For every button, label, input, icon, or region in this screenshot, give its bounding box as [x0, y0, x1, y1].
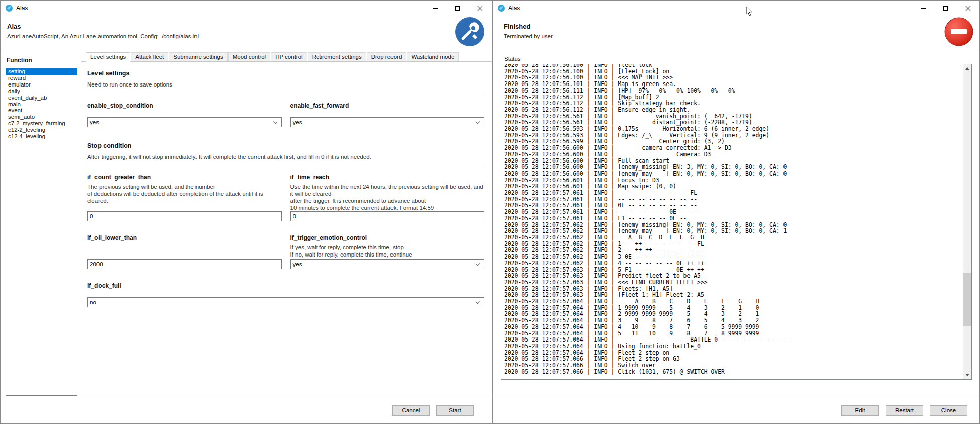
desc-if-trigger-emotion-control: If yes, wait for reply, complete this ti…	[290, 244, 485, 259]
if-oil-lower-than-input[interactable]	[87, 259, 282, 269]
maximize-button[interactable]	[934, 1, 957, 16]
if-count-greater-than-input[interactable]	[87, 211, 282, 221]
tab[interactable]: Mood control	[228, 52, 270, 61]
if-trigger-emotion-control-select[interactable]: yes	[290, 259, 485, 269]
function-list-item[interactable]: event	[6, 107, 77, 114]
log-line: 2020-05-28 12:07:56.112 | INFO | Ensure …	[504, 107, 962, 113]
log-line: 2020-05-28 12:07:57.063 | INFO | Predict…	[504, 273, 962, 279]
close-button[interactable]	[469, 1, 492, 16]
section-note-stop-condition: After triggering, it will not stop immed…	[87, 154, 484, 160]
status-title: Finished	[504, 23, 979, 30]
label-if-oil-lower-than: if_oil_lower_than	[87, 234, 282, 241]
cancel-button[interactable]: Cancel	[392, 405, 430, 416]
desc-if-count-greater-than: The previous setting will be used, and t…	[87, 183, 282, 211]
restart-button[interactable]: Restart	[886, 405, 923, 416]
function-label: Function	[7, 57, 81, 64]
function-list-item[interactable]: semi_auto	[6, 114, 77, 120]
close-action-button[interactable]: Close	[930, 405, 967, 416]
tab[interactable]: Drop record	[367, 52, 407, 61]
log-line: 2020-05-28 12:07:57.066 | INFO | Switch …	[504, 362, 962, 369]
status-group-label: Status	[504, 56, 979, 62]
enable-fast-forward-select[interactable]: yes	[290, 117, 485, 127]
page-title: Alas	[7, 23, 492, 30]
if-dock-full-select[interactable]: no	[87, 297, 484, 307]
function-list-item[interactable]: emulator	[6, 81, 77, 88]
function-list[interactable]: settingrewardemulatordailyevent_daily_ab…	[6, 68, 77, 396]
log-line: 2020-05-28 12:07:57.062 | INFO | A B C D…	[504, 234, 962, 241]
chevron-down-icon	[476, 300, 480, 304]
log-lines: 2020-05-28 12:07:56.100 | INFO | fleet_l…	[504, 64, 962, 375]
enable-stop-condition-select[interactable]: yes	[87, 117, 282, 127]
enable-stop-condition-value: yes	[90, 119, 99, 125]
level-settings-pane: Level settings Need to run once to save …	[81, 62, 492, 307]
window-alas-log: Alas Finished Terminated by user	[492, 0, 980, 424]
titlebar[interactable]: Alas	[1, 1, 492, 16]
function-list-item[interactable]: c12-4_leveling	[6, 133, 77, 140]
edit-button[interactable]: Edit	[841, 405, 879, 416]
tab[interactable]: Attack fleet	[131, 52, 168, 61]
close-icon	[965, 6, 971, 11]
minimize-button[interactable]	[424, 1, 446, 16]
minimize-icon	[433, 8, 438, 9]
tab[interactable]: Level settings	[86, 52, 130, 62]
desc-spacer	[87, 244, 282, 259]
log-line: 2020-05-28 12:07:57.062 | INFO | 3 0E --…	[504, 253, 962, 260]
log-line: 2020-05-28 12:07:57.061 | INFO | -- -- -…	[504, 209, 962, 215]
alas-app-icon	[5, 4, 13, 12]
log-line: 2020-05-28 12:07:57.064 | INFO | 3 9 8 7…	[504, 317, 962, 324]
log-panel[interactable]: 2020-05-28 12:07:56.100 | INFO | fleet_l…	[501, 64, 972, 380]
log-line: 2020-05-28 12:07:57.064 | INFO | A B C D…	[504, 298, 962, 305]
start-button[interactable]: Start	[436, 405, 474, 416]
window-title: Alas	[508, 5, 520, 12]
section-heading-level-settings: Level settings	[87, 70, 484, 77]
log-scrollbar[interactable]	[963, 64, 971, 379]
label-if-trigger-emotion-control: if_trigger_emotion_control	[290, 234, 485, 241]
log-footer: Edit Restart Close	[493, 397, 979, 423]
function-list-item[interactable]: reward	[6, 75, 77, 81]
label-if-time-reach: if_time_reach	[290, 174, 485, 181]
status-subtitle: Terminated by user	[504, 33, 979, 39]
scrollbar-up-button[interactable]	[963, 64, 971, 73]
tools-badge-icon	[455, 17, 484, 46]
tab[interactable]: Retirement settings	[308, 52, 366, 61]
divider	[87, 165, 484, 165]
log-line: 2020-05-28 12:07:57.064 | INFO | Using f…	[504, 343, 962, 350]
if-time-reach-input[interactable]	[290, 211, 485, 221]
tab[interactable]: Submarine settings	[169, 52, 227, 61]
function-list-item[interactable]: daily	[6, 88, 77, 95]
scrollbar-thumb[interactable]	[963, 273, 971, 326]
window-alas-settings: Alas Alas AzurLaneAutoScript, An Azur La…	[0, 0, 492, 424]
log-line: 2020-05-28 12:07:57.061 | INFO | -- -- -…	[504, 190, 962, 196]
log-line: 2020-05-28 12:07:56.600 | INFO | Camera:…	[504, 151, 962, 158]
tab[interactable]: Wasteland mode	[407, 52, 459, 61]
log-line: 2020-05-28 12:07:57.061 | INFO | F1 -- -…	[504, 215, 962, 222]
function-list-item[interactable]: c7-2_mystery_farming	[6, 120, 77, 127]
log-line: 2020-05-28 12:07:56.593 | INFO | 0.175s …	[504, 126, 962, 132]
settings-body: Function settingrewardemulatordailyevent…	[1, 52, 492, 397]
tab[interactable]: HP control	[271, 52, 307, 61]
minimize-icon	[921, 8, 926, 9]
function-list-item[interactable]: event_daily_ab	[6, 95, 77, 101]
minimize-button[interactable]	[912, 1, 934, 16]
log-clip: 2020-05-28 12:07:56.100 | INFO | fleet_l…	[504, 64, 962, 379]
header: Finished Terminated by user	[493, 16, 979, 52]
header: Alas AzurLaneAutoScript, An Azur Lane au…	[1, 16, 492, 52]
titlebar[interactable]: Alas	[493, 1, 979, 16]
maximize-button[interactable]	[446, 1, 469, 16]
log-line: 2020-05-28 12:07:56.600 | INFO | camera …	[504, 145, 962, 151]
section-note-level-settings: Need to run once to save options	[87, 81, 484, 88]
settings-footer: Cancel Start	[1, 397, 492, 423]
function-list-item[interactable]: setting	[6, 68, 77, 75]
label-if-dock-full: if_dock_full	[87, 282, 484, 289]
scrollbar-down-button[interactable]	[963, 371, 971, 379]
function-list-item[interactable]: c12-2_leveling	[6, 127, 77, 133]
function-sidebar: Function settingrewardemulatordailyevent…	[1, 52, 81, 397]
arrow-up-icon	[965, 65, 969, 70]
desc-if-time-reach: Use the time within the next 24 hours, t…	[290, 183, 485, 211]
log-line: 2020-05-28 12:07:57.062 | INFO | 4 -- --…	[504, 260, 962, 267]
alas-app-icon	[497, 4, 505, 12]
desktop: Alas Alas AzurLaneAutoScript, An Azur La…	[0, 0, 980, 424]
close-button[interactable]	[957, 1, 979, 16]
enable-fast-forward-value: yes	[293, 119, 302, 125]
function-list-item[interactable]: main	[6, 101, 77, 108]
